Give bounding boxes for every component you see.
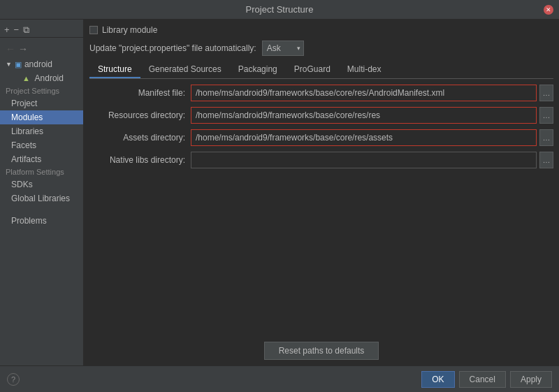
forward-arrow[interactable]: → (18, 43, 28, 55)
tab-proguard[interactable]: ProGuard (286, 61, 339, 78)
module-icon: ▣ (15, 60, 22, 69)
update-select[interactable]: Ask ▾ (262, 41, 304, 56)
android-icon: ▲ (22, 74, 30, 82)
chevron-down-icon: ▾ (297, 45, 300, 52)
reset-paths-button[interactable]: Reset paths to defaults (264, 342, 379, 360)
resources-input-wrap: … (191, 107, 553, 124)
assets-browse-button[interactable]: … (539, 129, 553, 146)
tabs-bar: Structure Generated Sources Packaging Pr… (89, 61, 553, 79)
sidebar-item-project[interactable]: Project (0, 96, 83, 110)
bottom-bar: ? OK Cancel Apply (0, 365, 559, 392)
assets-input-wrap: … (191, 129, 553, 146)
library-module-row: Library module (89, 25, 553, 35)
expand-arrow: ▼ (6, 61, 12, 68)
resources-label: Resources directory: (89, 110, 191, 120)
window-title: Project Structure (246, 4, 314, 15)
resources-input[interactable] (191, 107, 537, 124)
assets-input[interactable] (191, 129, 537, 146)
sidebar-item-facets[interactable]: Facets (0, 138, 83, 152)
sidebar-item-problems[interactable]: Problems (0, 214, 83, 228)
sidebar-item-modules[interactable]: Modules (0, 110, 83, 124)
resources-field-row: Resources directory: … (89, 107, 553, 124)
tab-structure[interactable]: Structure (89, 61, 140, 78)
assets-label: Assets directory: (89, 133, 191, 143)
native-libs-label: Native libs directory: (89, 155, 191, 165)
sidebar-item-sdks[interactable]: SDKs (0, 177, 83, 191)
sidebar: + − ⧉ ← → ▼ ▣ android ▲ Android Project … (0, 20, 84, 365)
back-arrow[interactable]: ← (6, 43, 15, 55)
sidebar-item-artifacts[interactable]: Artifacts (0, 152, 83, 166)
main-layout: + − ⧉ ← → ▼ ▣ android ▲ Android Project … (0, 20, 559, 365)
library-module-checkbox[interactable] (89, 26, 98, 34)
close-button[interactable]: ✕ (544, 5, 553, 15)
native-libs-input-wrap: … (191, 152, 553, 168)
nav-arrows: ← → (0, 41, 83, 57)
library-module-checkbox-area[interactable]: Library module (89, 25, 157, 35)
help-button[interactable]: ? (7, 373, 20, 386)
remove-button[interactable]: − (14, 25, 20, 34)
cancel-button[interactable]: Cancel (459, 371, 506, 388)
native-libs-input[interactable] (191, 152, 537, 168)
manifest-field-row: Manifest file: … (89, 85, 553, 101)
manifest-input-wrap: … (191, 85, 553, 101)
content-area: Library module Update "project.propertie… (84, 20, 559, 365)
reset-button-wrap: Reset paths to defaults (89, 336, 553, 360)
resources-browse-button[interactable]: … (539, 107, 553, 124)
update-select-value: Ask (267, 43, 281, 53)
bottom-buttons: OK Cancel Apply (421, 371, 552, 388)
update-row: Update "project.properties" file automat… (89, 41, 553, 56)
android-label: android (24, 59, 52, 69)
sidebar-item-global-libraries[interactable]: Global Libraries (0, 191, 83, 205)
tab-packaging[interactable]: Packaging (230, 61, 286, 78)
manifest-label: Manifest file: (89, 88, 191, 98)
native-libs-browse-button[interactable]: … (539, 152, 553, 168)
manifest-input[interactable] (191, 85, 537, 101)
tab-multi-dex[interactable]: Multi-dex (339, 61, 390, 78)
library-module-label: Library module (102, 25, 157, 35)
ok-button[interactable]: OK (421, 371, 454, 388)
android-child-label: Android (35, 73, 64, 83)
project-settings-label: Project Settings (0, 85, 83, 96)
native-libs-field-row: Native libs directory: … (89, 152, 553, 168)
manifest-browse-button[interactable]: … (539, 85, 553, 101)
android-group[interactable]: ▼ ▣ android (0, 57, 83, 71)
add-button[interactable]: + (4, 25, 10, 34)
assets-field-row: Assets directory: … (89, 129, 553, 146)
tab-generated-sources[interactable]: Generated Sources (140, 61, 230, 78)
android-child-item[interactable]: ▲ Android (0, 71, 83, 85)
apply-button[interactable]: Apply (510, 371, 552, 388)
sidebar-item-libraries[interactable]: Libraries (0, 124, 83, 138)
platform-settings-label: Platform Settings (0, 166, 83, 177)
update-label: Update "project.properties" file automat… (89, 43, 256, 53)
title-bar: Project Structure ✕ (0, 0, 559, 20)
copy-button[interactable]: ⧉ (23, 25, 29, 34)
sidebar-toolbar: + − ⧉ (0, 22, 83, 38)
close-icon: ✕ (546, 6, 551, 13)
